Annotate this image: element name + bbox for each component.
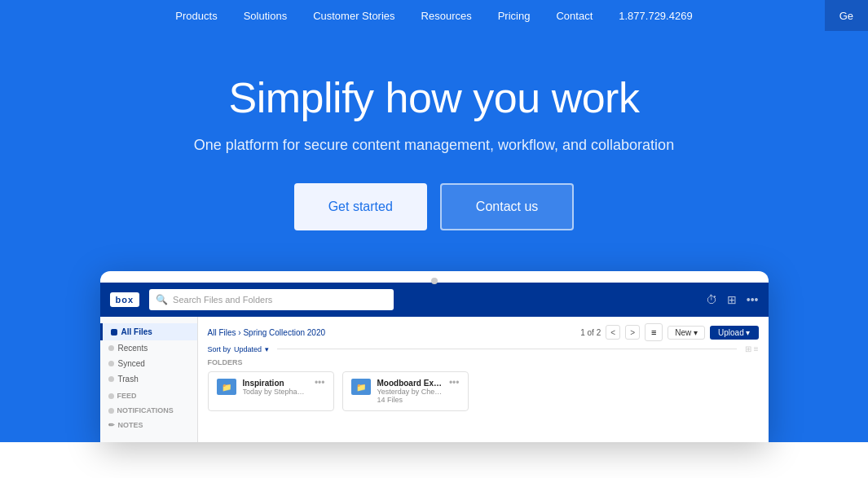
hero-section: Simplify how you work One platform for s…	[0, 31, 868, 263]
app-window: box 🔍 Search Files and Folders ⏱ ⊞ ••• A…	[100, 271, 769, 442]
clock-icon[interactable]: ⏱	[706, 293, 717, 306]
sidebar-notes-label: Notes	[118, 421, 143, 429]
sort-divider	[277, 349, 737, 349]
folder-card-inspiration[interactable]: 📁 Inspiration Today by Stephanie Lark ••…	[208, 371, 334, 411]
sidebar-item-synced[interactable]: Synced	[100, 356, 197, 371]
all-files-dot	[111, 329, 117, 335]
folder-sub-moodboard: 14 Files	[377, 396, 443, 404]
breadcrumb: All Files › Spring Collection 2020	[208, 328, 326, 337]
nav-phone: 1.877.729.4269	[619, 10, 692, 22]
sidebar-notifications-label: Notifications	[117, 406, 174, 414]
sort-icon-button[interactable]: ≡	[645, 323, 663, 341]
prev-page-button[interactable]: <	[606, 325, 620, 340]
page-info: 1 of 2	[580, 328, 601, 337]
sort-by-label: Sort by	[208, 345, 231, 353]
sidebar-recents-label: Recents	[118, 344, 148, 353]
box-body: All Files Recents Synced Trash Feed	[100, 317, 769, 442]
layout-icon[interactable]: ⊞	[727, 293, 737, 306]
hero-buttons: Get started Contact us	[294, 183, 575, 230]
folder-name-inspiration: Inspiration	[243, 379, 308, 388]
upload-button[interactable]: Upload ▾	[710, 326, 758, 340]
folder-more-inspiration[interactable]: •••	[315, 377, 325, 388]
search-placeholder: Search Files and Folders	[173, 295, 272, 305]
breadcrumb-collection: Spring Collection 2020	[243, 328, 325, 337]
folder-icon-moodboard: 📁	[351, 379, 371, 395]
sort-row: Sort by Updated ▾ ⊞ ≡	[208, 344, 759, 353]
folders-grid: 📁 Inspiration Today by Stephanie Lark ••…	[208, 371, 759, 411]
nav-resources[interactable]: Resources	[421, 10, 472, 22]
trash-dot	[108, 376, 114, 382]
sidebar-item-recents[interactable]: Recents	[100, 340, 197, 356]
search-icon: 🔍	[156, 294, 168, 305]
sidebar-trash-label: Trash	[118, 375, 139, 384]
folder-meta-moodboard: Yesterday by Chester Weed	[377, 388, 443, 396]
sidebar-section-notes: ✏ Notes	[100, 416, 197, 431]
recents-dot	[108, 345, 114, 351]
sidebar-section-feed: Feed	[100, 387, 197, 401]
feed-dot	[108, 393, 114, 399]
folder-icon-inspiration: 📁	[217, 379, 236, 395]
new-button[interactable]: New ▾	[668, 326, 705, 340]
contact-us-button[interactable]: Contact us	[440, 183, 574, 230]
folder-card-moodboard[interactable]: 📁 Moodboard Examples Yesterday by Cheste…	[342, 371, 469, 411]
main-nav: Products Solutions Customer Stories Reso…	[0, 0, 868, 31]
folder-name-moodboard: Moodboard Examples	[377, 379, 443, 388]
get-started-button[interactable]: Get started	[294, 183, 427, 230]
nav-products[interactable]: Products	[175, 10, 217, 22]
sidebar-item-all-files[interactable]: All Files	[100, 323, 197, 340]
box-sidebar: All Files Recents Synced Trash Feed	[100, 317, 198, 442]
folder-info-inspiration: Inspiration Today by Stephanie Lark	[243, 379, 308, 396]
view-icons[interactable]: ⊞ ≡	[745, 344, 759, 353]
sidebar-synced-label: Synced	[118, 359, 145, 368]
folder-meta-inspiration: Today by Stephanie Lark	[243, 388, 308, 396]
box-main-content: All Files › Spring Collection 2020 1 of …	[198, 317, 769, 442]
next-page-button[interactable]: >	[625, 325, 640, 340]
box-header: box 🔍 Search Files and Folders ⏱ ⊞ •••	[100, 283, 769, 317]
sort-value[interactable]: Updated	[234, 345, 262, 353]
breadcrumb-row: All Files › Spring Collection 2020 1 of …	[208, 323, 759, 341]
sidebar-all-files-label: All Files	[121, 327, 152, 336]
hero-subtitle: One platform for secure content manageme…	[194, 137, 674, 154]
sidebar-item-trash[interactable]: Trash	[100, 371, 197, 387]
breadcrumb-all-files[interactable]: All Files	[208, 328, 236, 337]
synced-dot	[108, 361, 114, 366]
nav-contact[interactable]: Contact	[556, 10, 593, 22]
folder-info-moodboard: Moodboard Examples Yesterday by Chester …	[377, 379, 443, 404]
more-icon[interactable]: •••	[747, 293, 759, 306]
sidebar-section-notifications: Notifications	[100, 401, 197, 416]
box-header-right: ⏱ ⊞ •••	[706, 293, 759, 306]
window-dot	[431, 278, 438, 284]
nav-pricing[interactable]: Pricing	[498, 10, 531, 22]
sidebar-feed-label: Feed	[117, 392, 137, 400]
sort-arrow: ▾	[265, 345, 269, 353]
nav-solutions[interactable]: Solutions	[244, 10, 287, 22]
nav-customer-stories[interactable]: Customer Stories	[313, 10, 394, 22]
notes-icon: ✏	[108, 421, 115, 429]
breadcrumb-actions: 1 of 2 < > ≡ New ▾ Upload ▾	[580, 323, 758, 341]
box-logo: box	[110, 292, 140, 307]
app-preview-section: box 🔍 Search Files and Folders ⏱ ⊞ ••• A…	[0, 263, 868, 442]
hero-title: Simplify how you work	[229, 73, 640, 122]
folders-label: FOLDERS	[208, 358, 759, 366]
folder-more-moodboard[interactable]: •••	[449, 377, 460, 388]
box-search-bar[interactable]: 🔍 Search Files and Folders	[149, 289, 394, 310]
nav-get-started-button[interactable]: Ge	[825, 0, 868, 31]
notif-dot	[108, 408, 114, 414]
